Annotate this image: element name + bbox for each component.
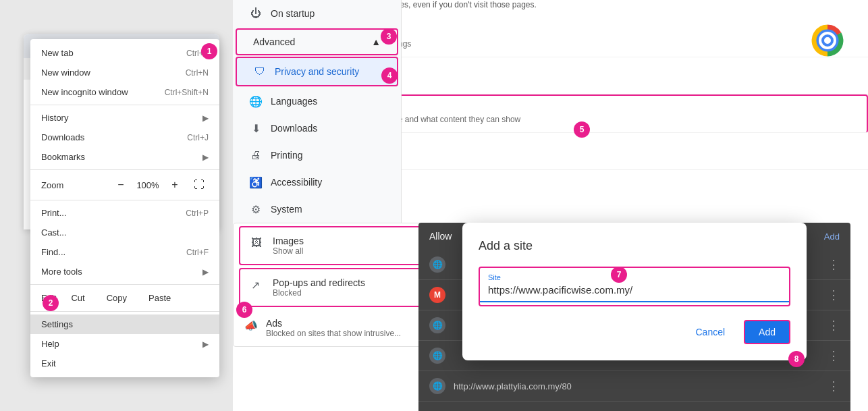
- find-shortcut: Ctrl+F: [186, 248, 209, 257]
- dialog-actions: Cancel Add: [479, 320, 790, 344]
- print-shortcut: Ctrl+P: [186, 209, 209, 218]
- sidebar-item-on-startup[interactable]: ⏻ On startup: [233, 0, 401, 27]
- allow-url-5: http://www.plattylia.com.my/80: [454, 381, 819, 391]
- more-tools-arrow: ▶: [202, 267, 209, 277]
- sidebar-item-system[interactable]: ⚙ System: [233, 196, 401, 223]
- menu-divider-3: [30, 200, 219, 200]
- ads-icon: 📣: [244, 319, 258, 333]
- menu-divider-2: [30, 169, 219, 170]
- help-label: Help: [41, 339, 197, 349]
- allow-add-button[interactable]: Add: [824, 231, 840, 242]
- chrome-menu: New tab Ctrl+T New window Ctrl+N New inc…: [30, 39, 219, 377]
- sidebar-item-accessibility[interactable]: ♿ Accessibility: [233, 169, 401, 196]
- menu-item-find[interactable]: Find... Ctrl+F: [30, 242, 219, 262]
- zoom-fullscreen-button[interactable]: ⛶: [190, 175, 209, 194]
- bottom-settings-panel: 🖼 Images Show all ↗ Pop-ups and redirect…: [233, 223, 429, 347]
- menu-item-print[interactable]: Print... Ctrl+P: [30, 203, 219, 223]
- zoom-minus-button[interactable]: −: [111, 175, 130, 194]
- images-icon: 🖼: [251, 237, 265, 250]
- annotation-2: 2: [43, 295, 59, 311]
- system-icon: ⚙: [249, 202, 263, 216]
- menu-item-settings[interactable]: Settings: [30, 314, 219, 334]
- site-input[interactable]: [480, 281, 789, 301]
- sidebar-item-languages[interactable]: 🌐 Languages: [233, 88, 401, 115]
- menu-item-history[interactable]: History ▶: [30, 108, 219, 128]
- sidebar-item-printing[interactable]: 🖨 Printing: [233, 142, 401, 169]
- annotation-7: 7: [611, 267, 627, 283]
- system-label: System: [271, 204, 302, 215]
- ads-content: Ads Blocked on sites that show intrusive…: [266, 318, 401, 338]
- images-content: Images Show all: [273, 236, 304, 256]
- help-arrow: ▶: [202, 339, 209, 349]
- menu-item-more-tools[interactable]: More tools ▶: [30, 262, 219, 281]
- images-section: 🖼 Images Show all: [239, 226, 423, 265]
- popups-item[interactable]: ↗ Pop-ups and redirects Blocked: [240, 269, 421, 306]
- advanced-section-header[interactable]: Advanced ▲: [236, 28, 398, 55]
- popups-content: Pop-ups and redirects Blocked: [273, 277, 365, 298]
- images-item[interactable]: 🖼 Images Show all: [240, 227, 421, 264]
- zoom-row: Zoom − 100% + ⛶: [30, 173, 219, 197]
- settings-menu-label: Settings: [41, 319, 209, 329]
- sidebar-item-privacy[interactable]: 🛡 Privacy and security: [236, 57, 398, 86]
- new-window-shortcut: Ctrl+N: [186, 68, 209, 78]
- ads-item[interactable]: 📣 Ads Blocked on sites that show intrusi…: [234, 310, 428, 346]
- allow-title: Allow: [429, 231, 452, 242]
- sidebar-item-downloads[interactable]: ⬇ Downloads: [233, 115, 401, 142]
- downloads-menu-label: Downloads: [41, 132, 182, 142]
- cancel-button[interactable]: Cancel: [682, 320, 738, 344]
- zoom-plus-button[interactable]: +: [165, 175, 184, 194]
- allow-more-btn-5[interactable]: ⋮: [828, 379, 840, 393]
- allow-globe-icon-3: 🌐: [429, 317, 445, 333]
- allow-m-icon: M: [429, 287, 445, 303]
- power-icon: ⏻: [249, 7, 263, 20]
- annotation-6: 6: [236, 302, 252, 318]
- copy-button[interactable]: Copy: [100, 290, 134, 306]
- menu-divider-4: [30, 284, 219, 285]
- annotation-3: 3: [381, 28, 397, 45]
- bookmarks-label: Bookmarks: [41, 152, 197, 162]
- site-field: Site: [479, 267, 790, 306]
- menu-item-downloads[interactable]: Downloads Ctrl+J: [30, 128, 219, 147]
- svg-point-4: [824, 37, 831, 44]
- menu-divider-5: [30, 311, 219, 312]
- ads-title: Ads: [266, 318, 401, 329]
- add-button[interactable]: Add: [744, 320, 790, 344]
- menu-item-incognito[interactable]: New incognito window Ctrl+Shift+N: [30, 82, 219, 102]
- menu-item-new-tab[interactable]: New tab Ctrl+T: [30, 43, 219, 63]
- menu-item-cast[interactable]: Cast...: [30, 223, 219, 242]
- download-icon: ⬇: [249, 121, 263, 135]
- history-arrow: ▶: [202, 113, 209, 123]
- cut-button[interactable]: Cut: [64, 290, 91, 306]
- more-tools-label: More tools: [41, 267, 197, 277]
- accessibility-icon: ♿: [249, 175, 263, 189]
- menu-item-help[interactable]: Help ▶: [30, 334, 219, 354]
- paste-button[interactable]: Paste: [142, 290, 178, 306]
- allow-more-btn-4[interactable]: ⋮: [828, 348, 840, 363]
- allow-more-btn-2[interactable]: ⋮: [828, 287, 840, 302]
- field-underline: [480, 301, 789, 302]
- allow-row-5: 🌐 http://www.plattylia.com.my/80 ⋮: [418, 371, 850, 402]
- annotation-8: 8: [788, 351, 805, 367]
- popups-sub: Blocked: [273, 288, 365, 298]
- menu-item-new-window[interactable]: New window Ctrl+N: [30, 63, 219, 82]
- advanced-arrow: ▲: [371, 36, 381, 47]
- on-startup-label: On startup: [271, 8, 315, 19]
- find-label: Find...: [41, 247, 181, 257]
- settings-sidebar: ⏻ On startup Advanced ▲ 🛡 Privacy and se…: [233, 0, 402, 223]
- annotation-1: 1: [201, 43, 217, 59]
- zoom-value: 100%: [136, 180, 160, 190]
- menu-item-exit[interactable]: Exit: [30, 354, 219, 373]
- allow-more-btn-3[interactable]: ⋮: [828, 318, 840, 333]
- allow-more-btn-1[interactable]: ⋮: [828, 257, 840, 272]
- downloads-label: Downloads: [271, 123, 317, 134]
- annotation-4: 4: [381, 67, 398, 84]
- print-label: Print...: [41, 208, 180, 218]
- accessibility-label: Accessibility: [271, 177, 322, 188]
- dialog-title: Add a site: [479, 239, 790, 253]
- allow-globe-icon-4: 🌐: [429, 348, 445, 364]
- privacy-label: Privacy and security: [275, 66, 359, 77]
- languages-label: Languages: [271, 96, 317, 107]
- menu-item-bookmarks[interactable]: Bookmarks ▶: [30, 147, 219, 167]
- menu-divider-1: [30, 105, 219, 105]
- printer-icon: 🖨: [249, 148, 263, 162]
